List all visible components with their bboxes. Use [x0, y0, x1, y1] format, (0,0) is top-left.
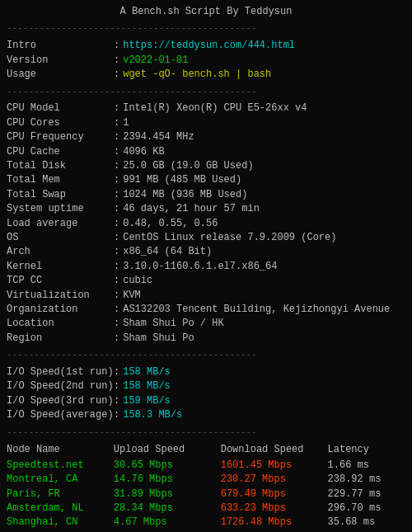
col-header-download: Download Speed — [221, 443, 328, 459]
io-run1-value: 158 MB/s — [123, 365, 171, 379]
node-name: Speedtest.net — [7, 459, 114, 473]
os-row: OS : CentOS Linux release 7.9.2009 (Core… — [7, 231, 405, 245]
col-header-node: Node Name — [7, 443, 114, 459]
download-speed: 1726.48 Mbps — [221, 516, 328, 530]
location-row: Location : Sham Shui Po / HK — [7, 317, 405, 331]
version-row: Version : v2022-01-01 — [7, 54, 405, 68]
arch-row: Arch : x86_64 (64 Bit) — [7, 245, 405, 259]
cpu-freq-label: CPU Frequency — [7, 130, 114, 144]
usage-row: Usage : wget -qO- bench.sh | bash — [7, 68, 405, 82]
table-row: Speedtest.net30.65 Mbps1601.45 Mbps1.66 … — [7, 459, 405, 473]
io-run3-value: 159 MB/s — [123, 394, 171, 408]
latency: 35.68 ms — [328, 516, 405, 530]
cpu-model-value: Intel(R) Xeon(R) CPU E5-26xx v4 — [123, 101, 307, 115]
cpu-cache-row: CPU Cache : 4096 KB — [7, 145, 405, 159]
load-label: Load average — [7, 217, 114, 231]
io-run1-label: I/O Speed(1st run) — [7, 365, 114, 379]
cpu-cores-value: 1 — [123, 116, 129, 130]
node-name: Paris, FR — [7, 487, 114, 501]
upload-speed: 4.67 Mbps — [114, 516, 221, 530]
download-speed: 679.49 Mbps — [221, 487, 328, 501]
tcp-label: TCP CC — [7, 274, 114, 288]
os-value: CentOS Linux release 7.9.2009 (Core) — [123, 231, 336, 245]
download-speed: 230.27 Mbps — [221, 473, 328, 487]
cpu-cache-label: CPU Cache — [7, 145, 114, 159]
divider-speed: ----------------------------------------… — [7, 426, 405, 440]
kernel-value: 3.10.0-1160.6.1.el7.x86_64 — [123, 260, 277, 274]
intro-row: Intro : https://teddysun.com/444.html — [7, 39, 405, 53]
total-disk-row: Total Disk : 25.0 GB (19.0 GB Used) — [7, 159, 405, 173]
tcp-value: cubic — [123, 274, 152, 288]
usage-value: wget -qO- bench.sh | bash — [123, 68, 271, 82]
node-name: Shanghai, CN — [7, 516, 114, 530]
total-swap-row: Total Swap : 1024 MB (936 MB Used) — [7, 188, 405, 202]
intro-label: Intro — [7, 39, 114, 53]
table-row: Amsterdam, NL28.34 Mbps633.23 Mbps296.70… — [7, 501, 405, 516]
io-run2-row: I/O Speed(2nd run) : 158 MB/s — [7, 379, 405, 393]
cpu-freq-value: 2394.454 MHz — [123, 130, 194, 144]
total-mem-label: Total Mem — [7, 173, 114, 187]
download-speed: 1601.45 Mbps — [221, 459, 328, 473]
total-disk-value: 25.0 GB (19.0 GB Used) — [123, 159, 253, 173]
total-mem-value: 991 MB (485 MB Used) — [123, 173, 241, 187]
latency: 296.70 ms — [328, 501, 405, 516]
latency: 1.66 ms — [328, 459, 405, 473]
upload-speed: 30.65 Mbps — [114, 459, 221, 473]
total-swap-value: 1024 MB (936 MB Used) — [123, 188, 247, 202]
cpu-freq-row: CPU Frequency : 2394.454 MHz — [7, 130, 405, 144]
upload-speed: 14.76 Mbps — [114, 473, 221, 487]
intro-value: https://teddysun.com/444.html — [123, 39, 295, 53]
io-run1-row: I/O Speed(1st run) : 158 MB/s — [7, 365, 405, 379]
region-row: Region : Sham Shui Po — [7, 332, 405, 346]
total-disk-label: Total Disk — [7, 159, 114, 173]
latency: 229.77 ms — [328, 487, 405, 501]
io-run3-label: I/O Speed(3rd run) — [7, 394, 114, 408]
speed-table: Node Name Upload Speed Download Speed La… — [7, 443, 405, 532]
org-value: AS132203 Tencent Building, Kejizhongyi A… — [123, 303, 390, 317]
upload-speed: 31.89 Mbps — [114, 487, 221, 501]
table-row: Montreal, CA14.76 Mbps230.27 Mbps238.92 … — [7, 473, 405, 487]
cpu-cores-label: CPU Cores — [7, 116, 114, 130]
kernel-label: Kernel — [7, 260, 114, 274]
version-label: Version — [7, 54, 114, 68]
cpu-cores-row: CPU Cores : 1 — [7, 116, 405, 130]
cpu-cache-value: 4096 KB — [123, 145, 164, 159]
io-run2-value: 158 MB/s — [123, 379, 171, 393]
table-row: Paris, FR31.89 Mbps679.49 Mbps229.77 ms — [7, 487, 405, 501]
latency: 238.92 ms — [328, 473, 405, 487]
usage-label: Usage — [7, 68, 114, 82]
col-header-latency: Latency — [328, 443, 405, 459]
region-value: Sham Shui Po — [123, 332, 194, 346]
page-title: A Bench.sh Script By Teddysun — [7, 5, 405, 19]
arch-label: Arch — [7, 245, 114, 259]
version-value: v2022-01-01 — [123, 54, 188, 68]
total-swap-label: Total Swap — [7, 188, 114, 202]
virt-row: Virtualization : KVM — [7, 289, 405, 303]
io-run3-row: I/O Speed(3rd run) : 159 MB/s — [7, 394, 405, 408]
os-label: OS — [7, 231, 114, 245]
location-value: Sham Shui Po / HK — [123, 317, 223, 331]
uptime-row: System uptime : 46 days, 21 hour 57 min — [7, 202, 405, 216]
uptime-value: 46 days, 21 hour 57 min — [123, 202, 260, 216]
org-label: Organization — [7, 303, 114, 317]
table-row: Shanghai, CN4.67 Mbps1726.48 Mbps35.68 m… — [7, 516, 405, 530]
divider-intro: ----------------------------------------… — [7, 22, 405, 35]
load-value: 0.48, 0.55, 0.56 — [123, 217, 218, 231]
node-name: Amsterdam, NL — [7, 501, 114, 516]
node-name: Montreal, CA — [7, 473, 114, 487]
virt-value: KVM — [123, 289, 141, 303]
speed-table-header: Node Name Upload Speed Download Speed La… — [7, 443, 405, 459]
cpu-model-label: CPU Model — [7, 101, 114, 115]
tcp-row: TCP CC : cubic — [7, 274, 405, 288]
col-header-upload: Upload Speed — [114, 443, 221, 459]
arch-value: x86_64 (64 Bit) — [123, 245, 212, 259]
download-speed: 633.23 Mbps — [221, 501, 328, 516]
io-avg-row: I/O Speed(average) : 158.3 MB/s — [7, 408, 405, 422]
virt-label: Virtualization — [7, 289, 114, 303]
region-label: Region — [7, 332, 114, 346]
upload-speed: 28.34 Mbps — [114, 501, 221, 516]
divider-system: ----------------------------------------… — [7, 86, 405, 99]
io-avg-value: 158.3 MB/s — [123, 408, 182, 422]
cpu-model-row: CPU Model : Intel(R) Xeon(R) CPU E5-26xx… — [7, 101, 405, 115]
uptime-label: System uptime — [7, 202, 114, 216]
